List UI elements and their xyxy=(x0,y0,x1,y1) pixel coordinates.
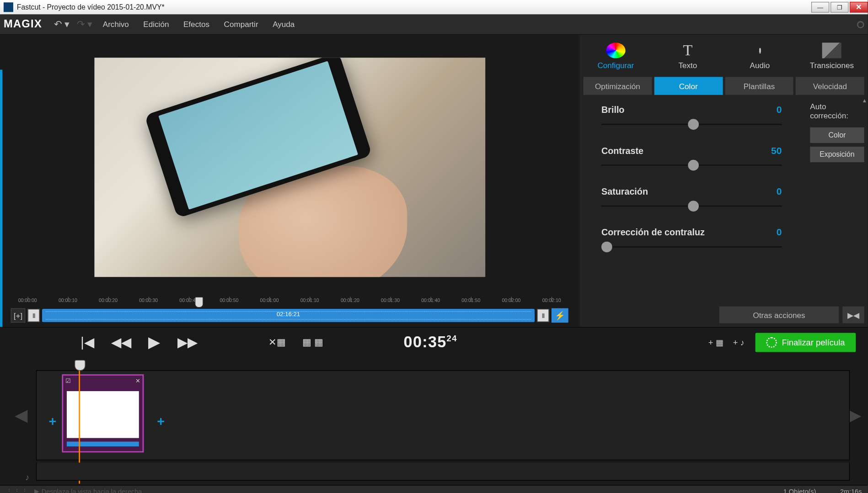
contraste-slider[interactable] xyxy=(601,160,782,171)
saturacion-slider[interactable] xyxy=(601,201,782,212)
brillo-slider[interactable] xyxy=(601,119,782,130)
brillo-label: Brillo xyxy=(601,105,624,115)
contraluz-label: Corrección de contraluz xyxy=(601,227,705,237)
menu-archivo[interactable]: Archivo xyxy=(103,20,129,29)
preview-column: 00:00:0000:00:1000:00:2000:00:3000:00:40… xyxy=(0,35,579,327)
timeline-scroll-right[interactable]: ▶ xyxy=(848,405,862,424)
redo-button[interactable]: ↷ ▾ xyxy=(77,19,92,30)
finalize-button[interactable]: Finalizar película xyxy=(755,333,856,352)
tab-transiciones-label: Transiciones xyxy=(810,60,854,69)
video-track[interactable]: + + ☑ ✕ xyxy=(36,370,850,460)
subtab-velocidad[interactable]: Velocidad xyxy=(796,77,864,95)
transition-icon xyxy=(822,42,841,58)
trim-playhead[interactable] xyxy=(195,297,203,308)
tab-transiciones[interactable]: Transiciones xyxy=(796,35,868,77)
otras-acciones-button[interactable]: Otras acciones xyxy=(719,307,839,323)
autocorreccion-panel: Auto corrección: Color Exposición xyxy=(810,102,864,166)
minimize-button[interactable]: — xyxy=(811,2,829,13)
text-icon: T xyxy=(678,42,697,58)
tab-audio-label: Audio xyxy=(750,60,770,69)
subtab-color[interactable]: Color xyxy=(654,77,723,95)
time-ruler[interactable]: 00:00:0000:00:1000:00:2000:00:3000:00:40… xyxy=(11,297,568,308)
color-controls: ▶ Brillo 0 Contraste 50 xyxy=(580,95,868,303)
transport-bar: |◀ ◀◀ ▶ ▶▶ ✕▦ ▦ ▦ 00:3524 + ▦ + ♪ Finali… xyxy=(0,327,868,357)
finalize-label: Finalizar película xyxy=(782,337,845,347)
tab-configurar[interactable]: Configurar xyxy=(580,35,652,77)
titlebar: Fastcut - Proyecto de vídeo 2015-01-20.M… xyxy=(0,0,868,15)
contraluz-slider[interactable] xyxy=(601,242,782,253)
autocorr-label: Auto corrección: xyxy=(810,102,864,120)
tab-texto-label: Texto xyxy=(678,60,697,69)
timeline-clip[interactable]: ☑ ✕ xyxy=(62,374,144,452)
status-arrow-icon: ▶ xyxy=(34,487,39,493)
trim-out-handle[interactable]: ||| xyxy=(537,309,549,322)
add-audio-button[interactable]: + ♪ xyxy=(733,337,745,347)
timecode: 00:3524 xyxy=(404,333,457,352)
auto-trim-button[interactable]: ⚡ xyxy=(552,308,568,323)
clip-remove-icon[interactable]: ✕ xyxy=(135,377,140,383)
clip-audio-strip xyxy=(67,442,139,447)
goto-start-button[interactable]: |◀ xyxy=(80,334,94,350)
menu-ayuda[interactable]: Ayuda xyxy=(273,20,295,29)
status-hint: Desplaza la vista hacia la derecha xyxy=(42,488,142,493)
undo-button[interactable]: ↶ ▾ xyxy=(54,19,69,30)
window-title: Fastcut - Proyecto de vídeo 2015-01-20.M… xyxy=(17,3,165,11)
color-wheel-icon xyxy=(606,42,625,58)
contraste-label: Contraste xyxy=(601,145,643,155)
menu-compartir[interactable]: Compartir xyxy=(224,20,258,29)
menu-edicion[interactable]: Edición xyxy=(143,20,169,29)
record-indicator-icon xyxy=(857,21,864,28)
play-button[interactable]: ▶ xyxy=(148,333,160,352)
audio-track[interactable] xyxy=(36,463,850,481)
jump-end-button[interactable]: ▶◀ xyxy=(842,307,864,323)
timeline: ◀ ▶ ♪ + + ☑ ✕ xyxy=(0,357,868,493)
gear-icon xyxy=(766,337,777,348)
add-video-button[interactable]: + ▦ xyxy=(708,337,723,347)
add-clip-after-button[interactable]: + xyxy=(157,414,165,429)
brillo-value: 0 xyxy=(777,105,782,116)
tab-texto[interactable]: T Texto xyxy=(652,35,723,77)
video-preview[interactable] xyxy=(94,58,485,277)
contraluz-value: 0 xyxy=(777,227,782,238)
audio-icon: ı|ı|ı|ı xyxy=(750,42,769,58)
fastfwd-button[interactable]: ▶▶ xyxy=(177,334,198,350)
saturacion-value: 0 xyxy=(777,186,782,197)
clip-check-icon[interactable]: ☑ xyxy=(65,377,71,383)
sidebar: Configurar T Texto ı|ı|ı|ı Audio Transic… xyxy=(579,35,868,327)
saturacion-label: Saturación xyxy=(601,186,648,196)
subtab-optimizacion[interactable]: Optimización xyxy=(584,77,652,95)
clip-duration-label: 02:16:21 xyxy=(277,311,300,317)
music-track-icon: ♪ xyxy=(25,472,29,482)
menubar: MAGIX ↶ ▾ ↷ ▾ Archivo Edición Efectos Co… xyxy=(0,15,868,35)
grip-icon: ⋮⋮⋮ xyxy=(6,487,29,493)
statusbar: ⋮⋮⋮ ▶ Desplaza la vista hacia la derecha… xyxy=(0,485,868,493)
maximize-button[interactable]: ❐ xyxy=(830,2,848,13)
autocorr-expo-button[interactable]: Exposición xyxy=(810,147,864,162)
add-clip-before-button[interactable]: + xyxy=(49,414,57,429)
trim-in-handle[interactable]: ||| xyxy=(27,309,39,322)
subtab-plantillas[interactable]: Plantillas xyxy=(725,77,793,95)
contraste-value: 50 xyxy=(771,145,782,156)
rewind-button[interactable]: ◀◀ xyxy=(111,334,132,350)
autocorr-color-button[interactable]: Color xyxy=(810,127,864,143)
trim-expand-button[interactable]: [+] xyxy=(11,308,26,323)
tab-audio[interactable]: ı|ı|ı|ı Audio xyxy=(724,35,796,77)
timeline-scroll-left[interactable]: ◀ xyxy=(15,405,28,424)
cut-button[interactable]: ✕▦ xyxy=(268,336,285,348)
tab-configurar-label: Configurar xyxy=(597,60,634,69)
app-icon xyxy=(4,2,13,12)
clip-thumbnail xyxy=(67,391,139,438)
split-button[interactable]: ▦ ▦ xyxy=(302,336,323,348)
menu-efectos[interactable]: Efectos xyxy=(183,20,209,29)
trim-bar[interactable]: 02:16:21 xyxy=(42,309,535,322)
close-button[interactable]: ✕ xyxy=(850,2,868,13)
status-duration: 2m:16s xyxy=(840,488,862,493)
status-objects: 1 Objeto(s) xyxy=(783,488,816,493)
brand-logo: MAGIX xyxy=(4,18,42,31)
